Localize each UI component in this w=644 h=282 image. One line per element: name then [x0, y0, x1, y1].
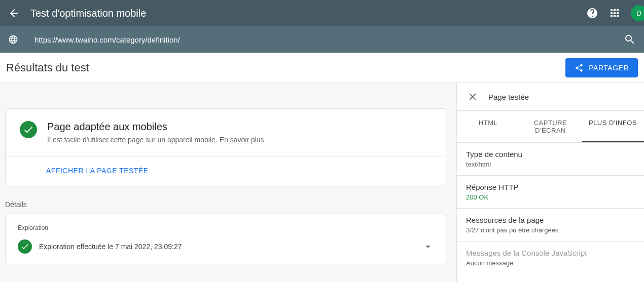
page-resources-value: 3/27 n'ont pas pu être chargées: [466, 226, 635, 234]
page-resources-label: Ressources de la page: [466, 216, 635, 224]
details-section-label: Détails: [5, 200, 451, 209]
avatar[interactable]: D: [631, 5, 644, 21]
side-panel: Page testée HTML CAPTURE D'ÉCRAN PLUS D'…: [456, 83, 644, 282]
console-messages-value: Aucun message: [466, 259, 635, 267]
share-button[interactable]: PARTAGER: [565, 58, 638, 77]
page-title: Test d'optimisation mobile: [30, 8, 586, 19]
close-icon[interactable]: [467, 91, 478, 102]
globe-icon: [8, 34, 18, 45]
content-type-section: Type de contenu text/html: [457, 143, 644, 176]
exploration-text: Exploration effectuée le 7 mai 2022, 23:…: [39, 243, 415, 251]
search-icon[interactable]: [624, 33, 636, 46]
result-title: Page adaptée aux mobiles: [47, 121, 264, 133]
tab-html[interactable]: HTML: [457, 111, 519, 142]
console-messages-label: Messages de la Console JavaScript: [466, 249, 635, 257]
check-icon: [20, 121, 37, 138]
exploration-label: Exploration: [18, 224, 434, 231]
tested-url: https://www.twaino.com/category/definiti…: [34, 35, 624, 44]
learn-more-link[interactable]: En savoir plus: [220, 136, 264, 144]
view-tested-page-button[interactable]: AFFICHER LA PAGE TESTÉE: [6, 156, 446, 185]
http-response-value: 200 OK: [466, 193, 635, 201]
result-description: Il est facile d'utiliser cette page sur …: [47, 136, 264, 144]
page-resources-section[interactable]: Ressources de la page 3/27 n'ont pas pu …: [457, 209, 644, 241]
result-card: Page adaptée aux mobiles Il est facile d…: [5, 108, 446, 185]
exploration-card[interactable]: Exploration Exploration effectuée le 7 m…: [5, 214, 446, 264]
share-icon: [575, 63, 584, 72]
help-icon[interactable]: [586, 7, 598, 19]
chevron-down-icon: [422, 241, 434, 252]
http-response-section: Réponse HTTP 200 OK: [457, 176, 644, 209]
apps-icon[interactable]: [609, 7, 621, 19]
side-panel-title: Page testée: [488, 93, 529, 101]
results-heading: Résultats du test: [6, 61, 89, 74]
content-type-label: Type de contenu: [466, 150, 635, 158]
http-response-label: Réponse HTTP: [466, 183, 635, 191]
check-icon: [18, 239, 32, 254]
content-type-value: text/html: [466, 160, 635, 168]
back-arrow-icon[interactable]: [8, 7, 20, 19]
share-button-label: PARTAGER: [589, 64, 629, 72]
console-messages-section: Messages de la Console JavaScript Aucun …: [457, 241, 644, 274]
tab-more-info[interactable]: PLUS D'INFOS: [582, 111, 644, 142]
tab-screenshot[interactable]: CAPTURE D'ÉCRAN: [519, 111, 582, 142]
